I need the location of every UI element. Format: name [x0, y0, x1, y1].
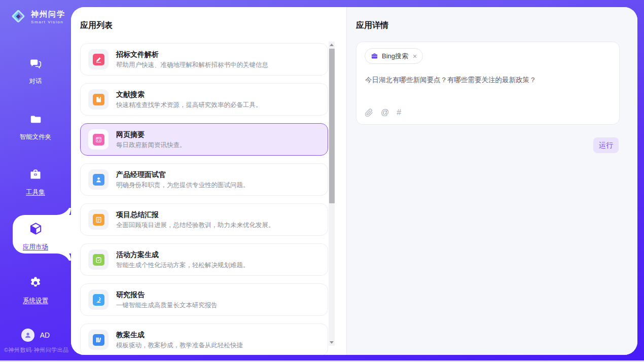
- clipboard-check-icon: [93, 254, 104, 266]
- sidebar: 神州问学 Smart Vision 对话 智能文件夹 工具集: [0, 0, 71, 362]
- app-desc: 快速精准查找学术资源，提高研究效率的必备工具。: [116, 102, 262, 108]
- note-icon: [93, 214, 104, 226]
- app-list-scrollbar[interactable]: [329, 42, 335, 346]
- user-account: AD: [0, 329, 71, 342]
- app-name: 项目总结汇报: [116, 211, 275, 218]
- hashtag-icon[interactable]: #: [397, 108, 401, 117]
- app-name: 产品经理面试官: [116, 171, 249, 178]
- app-name: 活动方案生成: [116, 251, 249, 258]
- app-desc: 智能生成个性化活动方案，轻松解决规划难题。: [116, 262, 249, 269]
- briefcase-icon: [371, 52, 378, 60]
- app-card-bid-document-analysis[interactable]: 招标文件解析 帮助用户快速、准确地理解和解析招标书中的关键信息: [80, 43, 328, 76]
- app-icon-tile: [88, 169, 109, 190]
- app-desc: 一键智能生成高质量长文本研究报告: [116, 302, 218, 309]
- query-input-area[interactable]: Bing搜索 × 今日湖北有哪些新闻要点？有哪些需要关注的最新政策？ @ #: [356, 42, 620, 125]
- app-icon-tile: [88, 89, 109, 110]
- book-icon: [93, 94, 104, 105]
- sidebar-item-label: 应用市场: [23, 243, 48, 251]
- pen-square-icon: [93, 54, 104, 65]
- app-icon-tile: [88, 209, 109, 230]
- app-desc: 明确身份和职责，为您提供专业性的面试问题。: [116, 182, 249, 189]
- attachment-toolbar: @ #: [365, 108, 401, 117]
- app-icon-tile: [88, 249, 109, 270]
- app-name: 研究报告: [116, 291, 218, 298]
- run-button[interactable]: 运行: [593, 137, 619, 153]
- sidebar-item-label: 工具集: [26, 188, 45, 197]
- app-desc: 模板驱动，教案秒成，教学准备从此轻松快捷: [116, 342, 243, 349]
- app-name: 网页摘要: [116, 131, 186, 138]
- app-icon-tile: [88, 289, 109, 310]
- gear-icon: [28, 276, 43, 292]
- close-icon[interactable]: ×: [413, 53, 417, 60]
- brand-logo: 神州问学 Smart Vision: [9, 7, 65, 27]
- app-desc: 每日政府新闻资讯快查。: [116, 142, 186, 149]
- app-desc: 全面回顾项目进展，总结经验教训，助力未来优化发展。: [116, 222, 275, 229]
- microscope-icon: [93, 294, 104, 306]
- cube-icon: [28, 222, 43, 238]
- app-detail-title: 应用详情: [356, 20, 388, 31]
- sidebar-item-smart-folder[interactable]: 智能文件夹: [0, 113, 71, 141]
- sidebar-item-label: 系统设置: [23, 297, 48, 305]
- sidebar-item-label: 对话: [29, 77, 42, 86]
- chat-bubble-icon: [29, 57, 43, 73]
- app-card-literature-search[interactable]: 文献搜索 快速精准查找学术资源，提高研究效率的必备工具。: [80, 83, 328, 116]
- sidebar-item-toolset[interactable]: 工具集: [0, 167, 71, 197]
- toolbox-icon: [28, 167, 43, 184]
- avatar[interactable]: [21, 329, 34, 342]
- query-text[interactable]: 今日湖北有哪些新闻要点？有哪些需要关注的最新政策？: [365, 76, 536, 85]
- tool-tag-bing-search[interactable]: Bing搜索 ×: [365, 48, 423, 64]
- sidebar-item-chat[interactable]: 对话: [0, 57, 71, 86]
- app-icon-tile: [88, 129, 109, 150]
- app-detail-panel: 应用详情 Bing搜索 × 今日湖北有哪些新闻要点？有哪些需要关注的最新政策？: [346, 7, 637, 355]
- app-card-event-plan[interactable]: 活动方案生成 智能生成个性化活动方案，轻松解决规划难题。: [80, 243, 328, 276]
- brand-name: 神州问学: [31, 10, 65, 19]
- tool-tag-label: Bing搜索: [382, 52, 408, 61]
- copyright-footer: ©神州数码·神州问学出品: [4, 346, 69, 354]
- books-icon: [93, 334, 104, 346]
- person-icon: [93, 174, 104, 186]
- app-icon-tile: [88, 49, 109, 69]
- sidebar-item-settings[interactable]: 系统设置: [0, 276, 71, 305]
- paperclip-icon[interactable]: [365, 108, 373, 117]
- folder-icon: [29, 113, 43, 128]
- sidebar-item-app-market[interactable]: 应用市场: [0, 222, 71, 251]
- scroll-up-arrow-icon[interactable]: [330, 44, 334, 46]
- brand-subtitle: Smart Vision: [31, 20, 65, 24]
- diamond-logo-icon: [9, 7, 27, 27]
- app-card-research-report[interactable]: 研究报告 一键智能生成高质量长文本研究报告: [80, 283, 328, 316]
- app-list-panel: 应用列表 招标文件解析 帮助用户快速、准确地理解和解析招标书中的关键信息: [71, 7, 346, 355]
- app-name: 文献搜索: [116, 91, 262, 98]
- app-card-pm-interviewer[interactable]: 产品经理面试官 明确身份和职责，为您提供专业性的面试问题。: [80, 163, 328, 196]
- scroll-down-arrow-icon[interactable]: [330, 341, 334, 344]
- scrollbar-thumb[interactable]: [329, 49, 335, 203]
- app-icon-tile: [88, 330, 109, 350]
- mention-at-icon[interactable]: @: [381, 108, 389, 117]
- user-initials: AD: [40, 331, 50, 339]
- app-card-project-summary[interactable]: 项目总结汇报 全面回顾项目进展，总结经验教训，助力未来优化发展。: [80, 203, 328, 236]
- app-list-title: 应用列表: [80, 20, 113, 31]
- sidebar-item-label: 智能文件夹: [20, 133, 52, 141]
- app-name: 教案生成: [116, 331, 243, 338]
- app-desc: 帮助用户快速、准确地理解和解析招标书中的关键信息: [116, 62, 268, 68]
- main-container: 应用列表 招标文件解析 帮助用户快速、准确地理解和解析招标书中的关键信息: [71, 7, 637, 355]
- app-cards: 招标文件解析 帮助用户快速、准确地理解和解析招标书中的关键信息 文献搜索 快速精…: [80, 43, 328, 355]
- app-card-webpage-summary[interactable]: 网页摘要 每日政府新闻资讯快查。: [80, 123, 328, 156]
- app-name: 招标文件解析: [116, 51, 268, 58]
- app-card-lesson-plan[interactable]: 教案生成 模板驱动，教案秒成，教学准备从此轻松快捷: [80, 323, 328, 355]
- browser-code-icon: [93, 134, 104, 146]
